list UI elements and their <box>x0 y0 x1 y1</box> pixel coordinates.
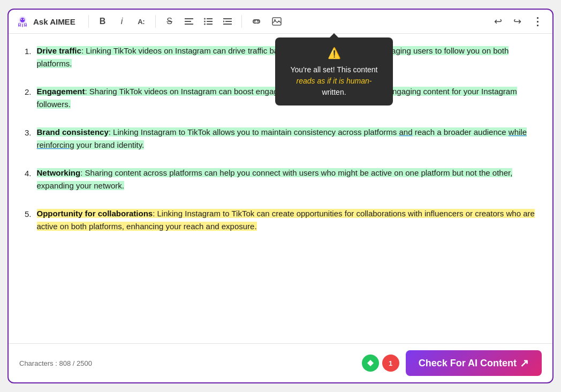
check-btn-label: Check For AI Content <box>419 358 517 369</box>
svg-point-1 <box>20 18 25 22</box>
toolbar-divider-1 <box>88 15 89 28</box>
align-icon <box>185 18 193 25</box>
check-ai-content-button[interactable]: Check For AI Content ↗ <box>406 350 542 376</box>
redo-button[interactable]: ↪ <box>510 14 525 29</box>
char-separator: / <box>73 359 77 367</box>
link-button[interactable] <box>248 14 264 29</box>
svg-point-7 <box>204 18 206 20</box>
item-title-1: Drive traffic <box>37 46 81 55</box>
indent-icon <box>223 18 232 25</box>
logo-area: Ask AIMEE <box>15 14 75 29</box>
char-count: Characters : 808 / 2500 <box>19 359 92 367</box>
toolbar-divider-2 <box>155 15 156 28</box>
footer-right: 1 Check For AI Content ↗ <box>362 350 542 376</box>
badge-red-num: 1 <box>389 359 392 367</box>
badge-green[interactable] <box>362 355 379 372</box>
logo-text: Ask AIMEE <box>33 17 75 26</box>
svg-point-2 <box>21 19 22 20</box>
warning-icon: ⚠️ <box>328 45 341 61</box>
item-title-4: Networking <box>37 168 81 177</box>
item-num-1: 1. <box>25 45 32 70</box>
badge-red[interactable]: 1 <box>382 355 399 372</box>
align-button[interactable] <box>181 14 196 29</box>
list-button[interactable] <box>201 14 216 29</box>
image-button[interactable] <box>269 14 285 29</box>
svg-point-3 <box>23 19 24 20</box>
svg-point-11 <box>204 24 206 25</box>
tooltip-line1: You're all set! This content <box>286 64 382 76</box>
svg-marker-18 <box>367 360 374 366</box>
item-num-4: 4. <box>25 167 32 192</box>
item-body-4: Networking: Sharing content across platf… <box>37 167 536 192</box>
font-size-button[interactable]: A: <box>134 14 149 29</box>
footer-bar: Characters : 808 / 2500 1 Check For AI C… <box>9 343 552 382</box>
char-current: 808 <box>59 359 71 367</box>
list-icon <box>204 18 213 25</box>
icon-badges: 1 <box>362 355 399 372</box>
item-num-3: 3. <box>25 126 32 152</box>
check-btn-arrow: ↗ <box>520 357 529 370</box>
item-body-5: Opportunity for collaborations: Linking … <box>37 207 536 233</box>
strikethrough-button[interactable]: S <box>162 14 177 29</box>
image-icon <box>272 17 282 26</box>
indent-button[interactable] <box>220 14 235 29</box>
char-max: 2500 <box>77 359 92 367</box>
italic-button[interactable]: i <box>115 14 130 29</box>
svg-point-9 <box>204 21 206 22</box>
more-button[interactable]: ⋮ <box>529 14 546 29</box>
tooltip-box: ⚠️ You're all set! This content reads as… <box>275 37 393 105</box>
item-title-5: Opportunity for collaborations <box>37 209 153 218</box>
item-body-3: Brand consistency: Linking Instagram to … <box>37 126 536 152</box>
list-item: 5. Opportunity for collaborations: Linki… <box>25 207 536 233</box>
bold-button[interactable]: B <box>95 14 110 29</box>
toolbar-divider-3 <box>241 15 242 28</box>
toolbar: Ask AIMEE B i A: ⚠️ You're all set! This… <box>9 10 552 34</box>
tooltip-line3: written. <box>286 87 382 98</box>
diamond-icon <box>367 359 374 367</box>
item-num-2: 2. <box>25 86 32 111</box>
item-title-3: Brand consistency <box>37 127 109 137</box>
undo-button[interactable]: ↩ <box>490 14 505 29</box>
item-title-2: Engagement <box>37 87 85 96</box>
logo-icon <box>15 14 30 29</box>
link-icon <box>252 18 261 25</box>
tooltip-line2: reads as if it is human- <box>286 76 382 87</box>
list-item: 3. Brand consistency: Linking Instagram … <box>25 126 536 152</box>
editor-container: Ask AIMEE B i A: ⚠️ You're all set! This… <box>7 9 554 383</box>
tooltip-container: ⚠️ You're all set! This content reads as… <box>275 37 393 105</box>
item-num-5: 5. <box>25 208 32 233</box>
list-item: 4. Networking: Sharing content across pl… <box>25 167 536 192</box>
